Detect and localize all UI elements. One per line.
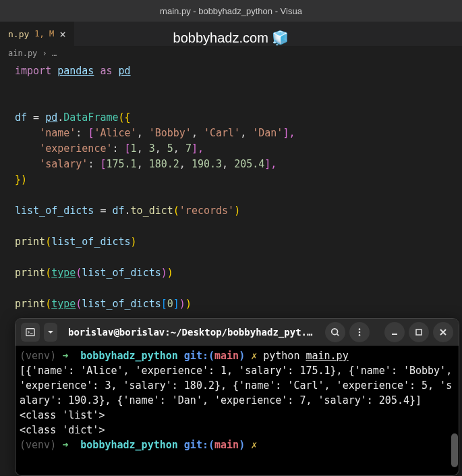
code-line	[15, 79, 447, 95]
menu-button[interactable]	[349, 322, 370, 342]
terminal-output: <class 'list'>	[20, 408, 455, 423]
breadcrumb-file: ain.py	[8, 49, 37, 58]
window-title: main.py - bobbyhadz_python - Visua	[160, 6, 302, 16]
watermark: bobbyhadz.com 🧊	[0, 30, 462, 46]
code-line: print(type(list_of_dicts))	[15, 265, 447, 281]
code-line	[15, 95, 447, 110]
terminal-icon	[26, 327, 35, 337]
maximize-button[interactable]	[409, 322, 429, 342]
code-line: 'experience': [1, 3, 5, 7],	[15, 141, 447, 157]
terminal-body[interactable]: (venv) ➜ bobbyhadz_python git:(main) ✗ p…	[16, 346, 459, 475]
code-line	[15, 219, 447, 234]
svg-rect-0	[26, 329, 34, 336]
search-button[interactable]	[325, 322, 345, 342]
maximize-icon	[415, 329, 422, 336]
terminal-line: (venv) ➜ bobbyhadz_python git:(main) ✗ p…	[20, 348, 455, 363]
code-line: print(list_of_dicts)	[15, 234, 447, 250]
terminal-panel: borislav@borislav:~/Desktop/bobbyhadz_py…	[15, 318, 459, 476]
chevron-down-icon	[47, 329, 54, 336]
code-line: list_of_dicts = df.to_dict('records')	[15, 203, 447, 219]
svg-point-2	[359, 328, 361, 330]
terminal-output: <class 'dict'>	[20, 423, 455, 438]
code-line: })	[15, 172, 447, 188]
breadcrumb-sep: ›	[42, 49, 47, 58]
terminal-title: borislav@borislav:~/Desktop/bobbyhadz_py…	[61, 327, 321, 338]
code-line: 'name': ['Alice', 'Bobby', 'Carl', 'Dan'…	[15, 126, 447, 141]
code-line: 'salary': [175.1, 180.2, 190.3, 205.4],	[15, 157, 447, 172]
svg-point-3	[359, 332, 361, 334]
minimize-icon	[391, 328, 399, 336]
code-line: import pandas as pd	[15, 63, 447, 79]
code-line	[15, 250, 447, 265]
title-bar: main.py - bobbyhadz_python - Visua	[0, 0, 462, 22]
code-line: print(type(list_of_dicts[0]))	[15, 296, 447, 312]
terminal-line: (venv) ➜ bobbyhadz_python git:(main) ✗	[20, 438, 455, 452]
code-line	[15, 281, 447, 296]
code-line: df = pd.DataFrame({	[15, 110, 447, 126]
svg-point-1	[332, 329, 338, 335]
search-icon	[330, 327, 340, 337]
dropdown-button[interactable]	[44, 323, 57, 342]
close-icon	[440, 329, 446, 336]
svg-rect-5	[416, 329, 422, 335]
code-editor[interactable]: import pandas as pd df = pd.DataFrame({ …	[0, 61, 462, 315]
breadcrumb[interactable]: ain.py › …	[0, 46, 462, 61]
terminal-header: borislav@borislav:~/Desktop/bobbyhadz_py…	[16, 319, 459, 346]
terminal-output: [{'name': 'Alice', 'experience': 1, 'sal…	[20, 363, 455, 408]
breadcrumb-more: …	[52, 49, 57, 58]
scrollbar-thumb[interactable]	[451, 433, 458, 467]
close-button[interactable]	[433, 322, 453, 342]
code-line	[15, 188, 447, 203]
scrollbar[interactable]	[451, 346, 459, 475]
minimize-button[interactable]	[384, 322, 405, 342]
kebab-icon	[355, 327, 364, 337]
svg-point-4	[359, 334, 361, 336]
new-tab-button[interactable]	[21, 323, 40, 342]
